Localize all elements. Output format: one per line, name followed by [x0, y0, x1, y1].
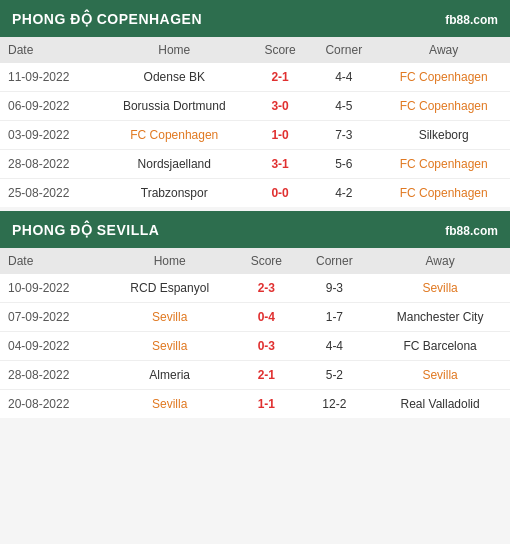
- cell-away[interactable]: FC Copenhagen: [377, 63, 510, 92]
- cell-away[interactable]: Sevilla: [370, 274, 510, 303]
- cell-home: Borussia Dortmund: [99, 92, 250, 121]
- logo-sub: .com: [470, 13, 498, 27]
- cell-corner: 1-7: [299, 303, 371, 332]
- col-home-1: Home: [99, 37, 250, 63]
- col-home-2: Home: [105, 248, 234, 274]
- cell-away[interactable]: FC Copenhagen: [377, 179, 510, 208]
- table-row: 04-09-2022Sevilla0-34-4FC Barcelona: [0, 332, 510, 361]
- cell-home: Nordsjaelland: [99, 150, 250, 179]
- cell-away: Silkeborg: [377, 121, 510, 150]
- cell-score: 0-0: [250, 179, 310, 208]
- sevilla-header: PHONG ĐỘ SEVILLA fb88.com: [0, 211, 510, 248]
- col-date-1: Date: [0, 37, 99, 63]
- cell-date: 10-09-2022: [0, 274, 105, 303]
- cell-home: Odense BK: [99, 63, 250, 92]
- cell-away: FC Barcelona: [370, 332, 510, 361]
- cell-score: 0-4: [234, 303, 298, 332]
- cell-home: RCD Espanyol: [105, 274, 234, 303]
- copenhagen-logo: fb88.com: [445, 8, 498, 29]
- sevilla-logo-main: fb88: [445, 224, 470, 238]
- copenhagen-title: PHONG ĐỘ COPENHAGEN: [12, 11, 202, 27]
- cell-date: 28-08-2022: [0, 150, 99, 179]
- copenhagen-header: PHONG ĐỘ COPENHAGEN fb88.com: [0, 0, 510, 37]
- cell-date: 11-09-2022: [0, 63, 99, 92]
- cell-score: 2-3: [234, 274, 298, 303]
- cell-corner: 4-4: [310, 63, 377, 92]
- sevilla-title: PHONG ĐỘ SEVILLA: [12, 222, 159, 238]
- copenhagen-table: Date Home Score Corner Away 11-09-2022Od…: [0, 37, 510, 207]
- table-row: 28-08-2022Nordsjaelland3-15-6FC Copenhag…: [0, 150, 510, 179]
- cell-away: Real Valladolid: [370, 390, 510, 419]
- table-row: 06-09-2022Borussia Dortmund3-04-5FC Cope…: [0, 92, 510, 121]
- cell-date: 20-08-2022: [0, 390, 105, 419]
- cell-date: 07-09-2022: [0, 303, 105, 332]
- sevilla-col-headers: Date Home Score Corner Away: [0, 248, 510, 274]
- col-corner-2: Corner: [299, 248, 371, 274]
- cell-date: 03-09-2022: [0, 121, 99, 150]
- cell-corner: 4-4: [299, 332, 371, 361]
- col-date-2: Date: [0, 248, 105, 274]
- table-row: 07-09-2022Sevilla0-41-7Manchester City: [0, 303, 510, 332]
- cell-home: Almeria: [105, 361, 234, 390]
- cell-home[interactable]: Sevilla: [105, 332, 234, 361]
- cell-away: Manchester City: [370, 303, 510, 332]
- cell-corner: 4-2: [310, 179, 377, 208]
- sevilla-table: Date Home Score Corner Away 10-09-2022RC…: [0, 248, 510, 418]
- col-corner-1: Corner: [310, 37, 377, 63]
- col-away-2: Away: [370, 248, 510, 274]
- copenhagen-col-headers: Date Home Score Corner Away: [0, 37, 510, 63]
- table-row: 10-09-2022RCD Espanyol2-39-3Sevilla: [0, 274, 510, 303]
- col-score-1: Score: [250, 37, 310, 63]
- table-row: 11-09-2022Odense BK2-14-4FC Copenhagen: [0, 63, 510, 92]
- table-row: 25-08-2022Trabzonspor0-04-2FC Copenhagen: [0, 179, 510, 208]
- cell-date: 04-09-2022: [0, 332, 105, 361]
- cell-away[interactable]: Sevilla: [370, 361, 510, 390]
- cell-home: Trabzonspor: [99, 179, 250, 208]
- col-away-1: Away: [377, 37, 510, 63]
- sevilla-logo: fb88.com: [445, 219, 498, 240]
- cell-away[interactable]: FC Copenhagen: [377, 150, 510, 179]
- cell-corner: 4-5: [310, 92, 377, 121]
- cell-score: 3-1: [250, 150, 310, 179]
- cell-home[interactable]: Sevilla: [105, 303, 234, 332]
- cell-score: 2-1: [250, 63, 310, 92]
- table-row: 03-09-2022FC Copenhagen1-07-3Silkeborg: [0, 121, 510, 150]
- cell-home[interactable]: FC Copenhagen: [99, 121, 250, 150]
- cell-corner: 5-6: [310, 150, 377, 179]
- cell-date: 06-09-2022: [0, 92, 99, 121]
- table-row: 28-08-2022Almeria2-15-2Sevilla: [0, 361, 510, 390]
- col-score-2: Score: [234, 248, 298, 274]
- cell-date: 28-08-2022: [0, 361, 105, 390]
- cell-corner: 7-3: [310, 121, 377, 150]
- cell-date: 25-08-2022: [0, 179, 99, 208]
- cell-score: 0-3: [234, 332, 298, 361]
- cell-away[interactable]: FC Copenhagen: [377, 92, 510, 121]
- cell-corner: 12-2: [299, 390, 371, 419]
- cell-score: 1-0: [250, 121, 310, 150]
- cell-score: 1-1: [234, 390, 298, 419]
- cell-corner: 9-3: [299, 274, 371, 303]
- cell-corner: 5-2: [299, 361, 371, 390]
- table-row: 20-08-2022Sevilla1-112-2Real Valladolid: [0, 390, 510, 419]
- sevilla-logo-sub: .com: [470, 224, 498, 238]
- copenhagen-table-container: Date Home Score Corner Away 11-09-2022Od…: [0, 37, 510, 207]
- cell-score: 2-1: [234, 361, 298, 390]
- cell-score: 3-0: [250, 92, 310, 121]
- logo-main: fb88: [445, 13, 470, 27]
- cell-home[interactable]: Sevilla: [105, 390, 234, 419]
- sevilla-table-container: Date Home Score Corner Away 10-09-2022RC…: [0, 248, 510, 418]
